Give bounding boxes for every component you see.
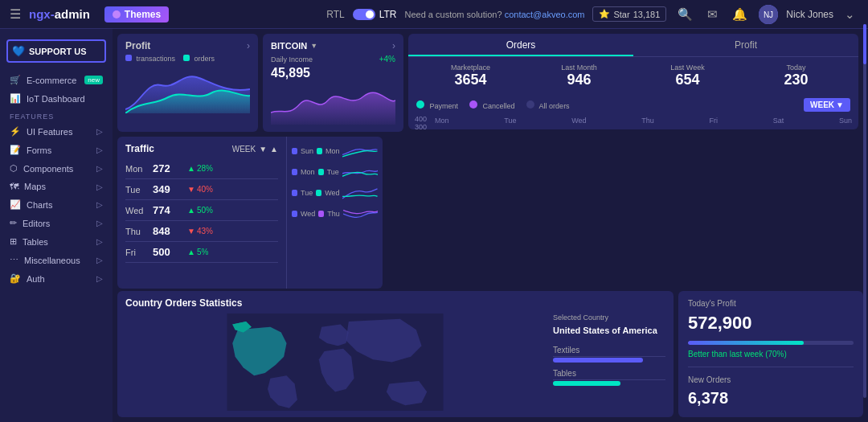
sidebar-item-maps[interactable]: 🗺 Maps ▷ [0, 178, 113, 195]
menu-icon[interactable]: ☰ [10, 6, 21, 22]
traffic-row-thu: Thu 848 ▼ 43% [125, 221, 278, 242]
tables-bar [553, 381, 620, 386]
compare-tue-wed: Tue Wed [292, 185, 378, 201]
profit-card-header: Profit › [125, 40, 250, 51]
traffic-week-dropdown-icon: ▼ [259, 145, 267, 154]
custom-solution-link[interactable]: contact@akveo.com [505, 10, 585, 19]
misc-icon: ⋯ [10, 255, 18, 265]
star-button[interactable]: ⭐ Star 13,181 [592, 6, 666, 22]
bitcoin-income-row: Daily Income +4% [271, 55, 395, 64]
all-orders-dot [526, 100, 534, 109]
sidebar-item-tables[interactable]: ⊞ Tables ▷ [0, 232, 113, 251]
traffic-week-button[interactable]: WEEK ▼ ▲ [232, 145, 278, 154]
bitcoin-card: BITCOIN ▼ › Daily Income +4% 45,895 [263, 34, 403, 132]
rtl-toggle[interactable]: RTL [326, 9, 344, 20]
profit-card-title: Profit [125, 40, 150, 51]
sidebar-item-ui-features[interactable]: ⚡ UI Features ▷ [0, 122, 113, 141]
bitcoin-dropdown-icon: ▼ [310, 42, 317, 50]
textiles-bar [553, 358, 643, 363]
themes-dot [113, 10, 121, 18]
orders-chart: 400 300 200 100 0 [408, 115, 858, 129]
search-icon[interactable]: 🔍 [678, 7, 693, 22]
logo-highlight: ngx- [29, 7, 55, 21]
ecommerce-icon: 🛒 [10, 75, 21, 85]
canceled-legend: Cancelled [469, 100, 515, 110]
bell-icon[interactable]: 🔔 [732, 7, 747, 22]
traffic-comparisons: Sun Mon Mon Tue Tue Wed [292, 143, 378, 222]
country-map [125, 313, 545, 411]
sidebar-item-charts[interactable]: 📈 Charts ▷ [0, 195, 113, 214]
better-than-label: Better than last week (70%) [688, 350, 854, 358]
daily-income-label: Daily Income [271, 55, 313, 64]
profile-chevron-icon[interactable]: ⌄ [845, 7, 855, 22]
all-orders-legend: All orders [526, 100, 570, 110]
canceled-dot [469, 100, 477, 109]
transactions-dot [125, 55, 132, 61]
thu-dot [318, 211, 324, 217]
income-change: +4% [379, 55, 395, 64]
forms-icon: 📝 [10, 145, 21, 155]
country-row-tables: Tables [553, 367, 665, 380]
traffic-collapse-icon[interactable]: ▲ [270, 145, 278, 154]
sidebar-item-editors[interactable]: ✏ Editors ▷ [0, 214, 113, 232]
compare-wed-thu: Wed Thu [292, 206, 378, 222]
auth-arrow-icon: ▷ [96, 274, 103, 283]
today-profit-label: Today's Profit [688, 299, 854, 308]
features-section-label: FEATURES [0, 108, 113, 122]
bitcoin-dropdown[interactable]: BITCOIN ▼ [271, 41, 317, 51]
maps-icon: 🗺 [10, 182, 18, 191]
avatar: NJ [759, 5, 778, 24]
sidebar-item-ecommerce[interactable]: 🛒 E-commerce new [0, 71, 113, 89]
country-row-textiles: Textiles [553, 344, 665, 357]
sidebar-item-miscellaneous[interactable]: ⋯ Miscellaneous ▷ [0, 251, 113, 269]
sidebar-item-iot[interactable]: 📊 IoT Dashboard [0, 89, 113, 108]
profit-chart [125, 65, 250, 113]
new-orders-value: 6,378 [688, 389, 854, 408]
profit-legend: transactions orders [125, 55, 250, 63]
stat-marketplace: Marketplace 3654 [416, 64, 525, 88]
orders-tabs: Orders Profit [408, 34, 858, 57]
profit-card-arrow-icon[interactable]: › [247, 40, 250, 51]
ltr-toggle[interactable]: LTR [353, 9, 397, 20]
sidebar-item-auth[interactable]: 🔐 Auth ▷ [0, 269, 113, 288]
traffic-header: Traffic WEEK ▼ ▲ [125, 143, 278, 154]
up-arrow-icon: ▲ [187, 164, 195, 173]
tab-profit[interactable]: Profit [633, 34, 858, 56]
editors-arrow-icon: ▷ [96, 219, 103, 227]
themes-button[interactable]: Themes [104, 6, 169, 23]
tue-dot2 [292, 190, 297, 196]
profit-bottom-card: Today's Profit 572,900 Better than last … [678, 291, 863, 417]
compare-sun-mon: Sun Mon [292, 143, 378, 159]
traffic-row-wed: Wed 774 ▲ 50% [125, 200, 278, 221]
maps-arrow-icon: ▷ [96, 182, 103, 191]
week-chevron-icon: ▼ [836, 100, 844, 109]
bottom-row: Country Orders Statistics [113, 291, 868, 422]
orders-legend-row: Payment Cancelled All orders WEEK ▼ [408, 95, 858, 115]
chart-x-labels: Mon Tue Wed Thu Fri Sat Sun [415, 115, 852, 126]
traffic-card: Traffic WEEK ▼ ▲ Mon 272 ▲ 28% Tue [117, 137, 383, 289]
week-button[interactable]: WEEK ▼ [804, 98, 850, 112]
selected-country-label: Selected Country [553, 313, 665, 322]
orders-legend: orders [183, 55, 215, 63]
svg-text:NJ: NJ [764, 10, 773, 19]
top-cards-row: Profit › transactions orders [113, 29, 868, 134]
email-icon[interactable]: ✉ [707, 7, 718, 22]
bitcoin-card-arrow-icon[interactable]: › [392, 40, 395, 51]
layout: 💙 SUPPORT US 🛒 E-commerce new 📊 IoT Dash… [0, 29, 868, 422]
star-count: 13,181 [633, 10, 661, 19]
sidebar-item-components[interactable]: ⬡ Components ▷ [0, 159, 113, 178]
stat-last-month: Last Month 946 [525, 64, 633, 88]
compare-mon-tue: Mon Tue [292, 164, 378, 180]
sidebar-item-forms[interactable]: 📝 Forms ▷ [0, 141, 113, 159]
country-table: Textiles Tables [553, 344, 665, 386]
tab-orders[interactable]: Orders [408, 34, 633, 56]
custom-solution-text: Need a custom solution? contact@akveo.co… [405, 10, 585, 19]
traffic-title: Traffic [125, 143, 154, 154]
logo: ngx-admin [29, 7, 90, 21]
down-arrow-icon: ▼ [187, 185, 195, 194]
ltr-pill[interactable] [353, 9, 375, 20]
star-label: Star [613, 10, 629, 19]
sidebar: 💙 SUPPORT US 🛒 E-commerce new 📊 IoT Dash… [0, 29, 113, 422]
stat-today: Today 230 [742, 64, 850, 88]
support-us-button[interactable]: 💙 SUPPORT US [6, 39, 106, 63]
